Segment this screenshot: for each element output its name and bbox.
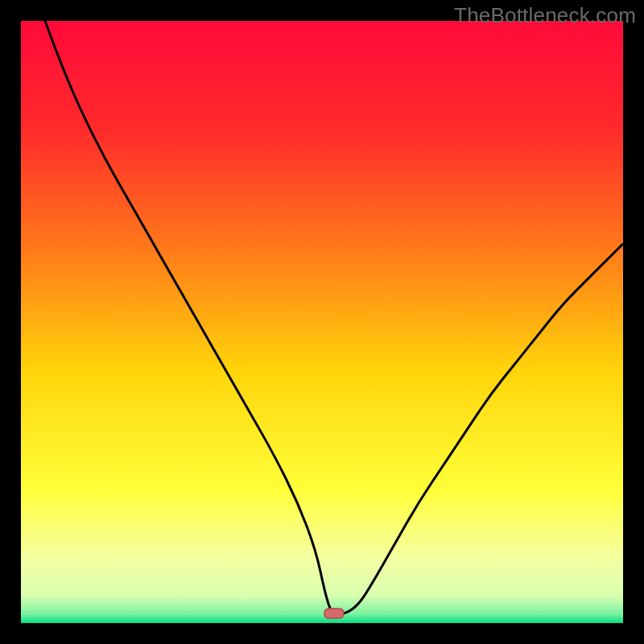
optimal-point-marker xyxy=(324,609,344,618)
chart-svg xyxy=(21,21,623,623)
chart-frame: TheBottleneck.com xyxy=(0,0,644,644)
gradient-background xyxy=(21,21,623,623)
plot-area xyxy=(21,21,623,623)
watermark-text: TheBottleneck.com xyxy=(454,3,636,28)
